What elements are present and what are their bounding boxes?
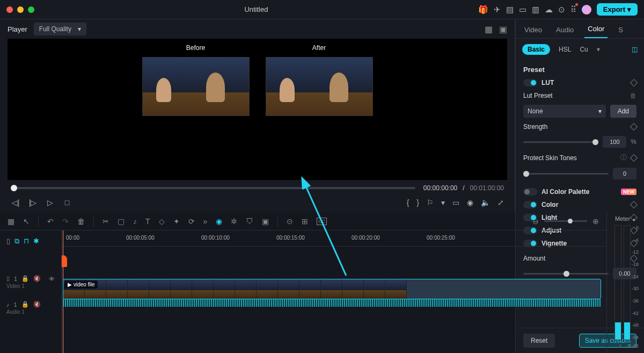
color-section-label: Color: [541, 201, 627, 208]
camera-icon[interactable]: ▣: [262, 217, 269, 226]
marker-icon[interactable]: ⚐: [427, 198, 434, 207]
maximize-window[interactable]: [28, 6, 34, 13]
skin-tones-value[interactable]: 0: [613, 168, 636, 179]
tab-color[interactable]: Color: [584, 20, 608, 38]
shield-icon[interactable]: ⛉: [246, 217, 253, 226]
screen-icon[interactable]: ▭: [452, 198, 459, 207]
grid-view-icon[interactable]: ▦: [485, 24, 493, 34]
strength-value[interactable]: 100: [603, 136, 626, 148]
gift-icon[interactable]: 🎁: [478, 5, 488, 15]
quality-dropdown[interactable]: Full Quality▾: [34, 23, 86, 35]
color-toggle[interactable]: [523, 201, 537, 208]
play-button[interactable]: ▷: [45, 198, 55, 207]
keyframe-icon[interactable]: [630, 79, 638, 87]
speed-icon[interactable]: ⟳: [188, 217, 195, 226]
music-icon[interactable]: ♪: [133, 217, 137, 226]
avatar[interactable]: [582, 5, 591, 15]
audio-track-header[interactable]: ♪1🔒🔇 Audio 1: [0, 295, 61, 321]
keyframe-icon[interactable]: [630, 201, 638, 208]
link-icon[interactable]: ▯: [6, 237, 10, 246]
preset-heading: Preset: [523, 66, 636, 74]
zoom-slider[interactable]: [544, 220, 587, 222]
picture-icon[interactable]: ▣: [499, 24, 507, 34]
close-window[interactable]: [6, 6, 13, 13]
snapshot-icon[interactable]: ◉: [467, 198, 473, 207]
redo-icon[interactable]: ↷: [62, 217, 69, 226]
play-step-button[interactable]: |▷: [28, 198, 38, 207]
add-track-icon[interactable]: ⊞: [302, 217, 308, 226]
zoom-in-icon[interactable]: ⊕: [592, 217, 599, 226]
subtab-basic[interactable]: Basic: [522, 44, 550, 55]
strength-label: Strength: [523, 123, 627, 131]
marker2-icon[interactable]: ✱: [33, 237, 39, 246]
expand-icon[interactable]: ⤢: [497, 198, 504, 207]
cc-icon[interactable]: CC: [317, 218, 327, 225]
stop-button[interactable]: □: [62, 198, 72, 207]
more-tools-icon[interactable]: »: [203, 217, 208, 226]
info-icon[interactable]: ⓘ: [620, 153, 627, 162]
meter-scale: 0-6-12-18-24-30-36-42-48-54: [632, 225, 639, 340]
send-icon[interactable]: ✈: [494, 5, 501, 15]
crop-icon[interactable]: ▢: [118, 217, 125, 226]
audio-meter: Meter ▲ 0-6-12-18-24-30-36-42-48-54 LRdB: [606, 212, 644, 353]
timeline-tracks[interactable]: 00:00 00:00:05:00 00:00:10:00 00:00:15:0…: [62, 230, 606, 353]
text-icon[interactable]: T: [145, 217, 150, 226]
preview-panel: Player Full Quality▾ ▦ ▣ Before After 00…: [0, 19, 515, 212]
save-icon[interactable]: ▥: [532, 5, 539, 15]
ai-palette-toggle[interactable]: [523, 188, 537, 196]
lut-label: LUT: [541, 79, 627, 87]
pointer-icon[interactable]: ↖: [23, 217, 30, 226]
cloud-icon[interactable]: ☁: [545, 5, 553, 15]
audio-waveform[interactable]: [63, 299, 601, 307]
light-toggle[interactable]: [523, 214, 537, 221]
timeline-toolbar: ▦ ↖ ↶ ↷ 🗑 ✂ ▢ ♪ T ◇ ✦ ⟳ » ◉ ✲ ⛉ ▣ ⊙ ⊞ CC…: [0, 212, 606, 230]
trash-icon[interactable]: 🗑: [630, 92, 636, 99]
keyframe-icon[interactable]: [630, 123, 638, 131]
out-brace-icon[interactable]: }: [416, 198, 419, 207]
sync-icon[interactable]: ⊙: [287, 217, 293, 226]
add-lut-button[interactable]: Add: [610, 105, 636, 118]
effects-icon[interactable]: ✦: [173, 217, 180, 226]
undo-icon[interactable]: ↶: [47, 217, 54, 226]
video-track-header[interactable]: ▯1🔒🔇👁 Video 1: [0, 269, 61, 295]
document-title: Untitled: [34, 5, 478, 13]
chevron-down-icon[interactable]: ▾: [441, 198, 445, 207]
keyframe-icon[interactable]: [630, 154, 638, 161]
subtab-curves[interactable]: Cu: [580, 46, 588, 53]
link2-icon[interactable]: ⧉: [14, 237, 19, 246]
prev-frame-button[interactable]: ◁|: [11, 198, 20, 207]
minimize-window[interactable]: [17, 6, 24, 13]
compare-icon[interactable]: ◫: [632, 46, 638, 53]
apps-icon[interactable]: ⠿: [570, 5, 576, 15]
chevron-down-icon: ▾: [627, 5, 631, 13]
tab-more[interactable]: S: [615, 21, 626, 38]
in-brace-icon[interactable]: {: [407, 198, 409, 207]
volume-icon[interactable]: 🔈: [481, 198, 490, 207]
mask-icon[interactable]: ◇: [159, 217, 165, 226]
lut-preset-label: Lut Preset: [523, 92, 626, 99]
layout-icon[interactable]: ▦: [8, 217, 14, 226]
magnet-icon[interactable]: ⊓: [24, 237, 29, 246]
lut-preset-select[interactable]: None▾: [523, 105, 606, 118]
desktop-icon[interactable]: ▭: [519, 5, 526, 15]
video-clip[interactable]: ▶video file: [63, 279, 601, 299]
library-icon[interactable]: ▤: [506, 5, 514, 15]
ai-icon[interactable]: ◉: [216, 217, 222, 226]
timeline-scrubber[interactable]: [11, 187, 415, 189]
after-label: After: [312, 44, 326, 52]
export-button[interactable]: Export▾: [597, 3, 638, 16]
headphones-icon[interactable]: ⊙: [558, 5, 565, 15]
skin-tones-slider[interactable]: [523, 173, 609, 175]
settings-icon[interactable]: ✲: [231, 217, 237, 226]
tab-video[interactable]: Video: [521, 21, 545, 38]
titlebar-actions: 🎁 ✈ ▤ ▭ ▥ ☁ ⊙ ⠿ Export▾: [478, 3, 638, 16]
skin-tones-label: Protect Skin Tones: [523, 154, 616, 162]
cut-icon[interactable]: ✂: [103, 217, 109, 226]
subtab-hsl[interactable]: HSL: [559, 46, 571, 53]
lut-toggle[interactable]: [523, 79, 537, 87]
tab-audio[interactable]: Audio: [553, 21, 577, 38]
time-ruler[interactable]: 00:00 00:00:05:00 00:00:10:00 00:00:15:0…: [62, 230, 606, 247]
player-label: Player: [8, 25, 27, 33]
strength-slider[interactable]: [523, 141, 598, 143]
delete-icon[interactable]: 🗑: [77, 217, 85, 226]
